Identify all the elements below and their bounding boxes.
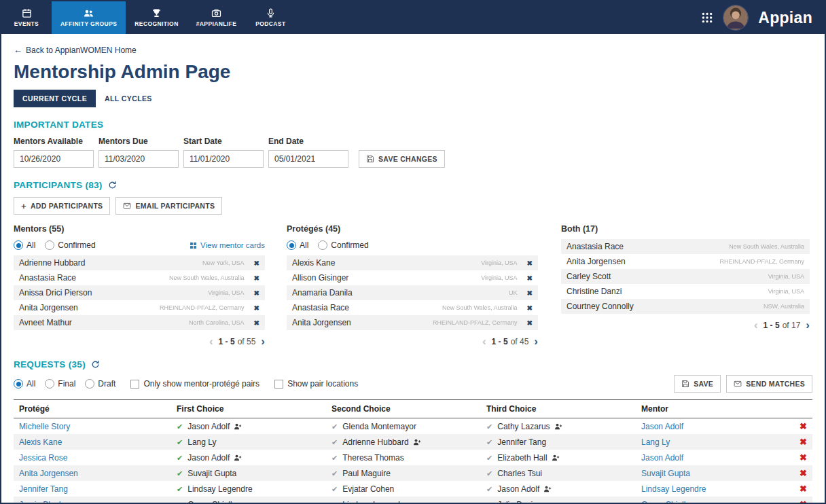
nav-tab-appianlife[interactable]: #APPIANLIFE [187, 1, 246, 34]
remove-participant-icon[interactable]: ✖ [254, 289, 259, 297]
person-plus-icon [234, 422, 242, 431]
envelope-icon [123, 202, 131, 210]
remove-participant-icon[interactable]: ✖ [254, 304, 259, 312]
radio-final[interactable]: Final [45, 379, 75, 389]
date-input-start-date[interactable] [183, 150, 264, 168]
check-icon: ✔ [486, 485, 492, 493]
refresh-requests-icon[interactable] [91, 360, 100, 369]
save-icon [681, 380, 689, 388]
check-icon: ✔ [331, 469, 338, 478]
protege-link[interactable]: Anita Jorgensen [19, 469, 78, 478]
users-icon [84, 8, 94, 18]
request-row: Anita Jorgensen✔Suvajit Gupta✔Paul Magui… [14, 465, 812, 481]
column-header [792, 400, 812, 418]
person-plus-icon [234, 454, 242, 462]
radio-all[interactable]: All [14, 240, 35, 250]
protege-link[interactable]: Alexis Kane [19, 437, 62, 447]
date-input-mentors-available[interactable] [14, 150, 94, 168]
participant-location: Virginia, USA [208, 289, 244, 296]
remove-participant-icon[interactable]: ✖ [527, 289, 533, 297]
prev-page-icon[interactable]: ‹ [482, 336, 486, 347]
app-launcher-icon[interactable] [701, 12, 713, 24]
check-icon: ✔ [177, 438, 183, 446]
add-participants-button[interactable]: + ADD PARTICIPANTS [14, 197, 110, 215]
remove-participant-icon[interactable]: ✖ [254, 274, 259, 282]
prev-page-icon[interactable]: ‹ [754, 319, 758, 331]
check-icon: ✔ [486, 454, 492, 462]
participants-column-both-17: Both (17)Anastasia RaceNew South Wales, … [561, 224, 810, 347]
participants-buttons: + ADD PARTICIPANTS EMAIL PARTICIPANTS [14, 197, 812, 215]
mentor-link[interactable]: Suvajit Gupta [641, 469, 690, 478]
nav-tab-recognition[interactable]: RECOGNITION [126, 1, 187, 34]
radio-confirmed[interactable]: Confirmed [318, 240, 368, 250]
radio-all[interactable]: All [14, 379, 35, 389]
mentor-link[interactable]: Jason Adolf [641, 453, 683, 463]
prev-page-icon[interactable]: ‹ [209, 336, 213, 347]
radio-icon [287, 240, 296, 250]
request-row: Jessica Rose✔Jason Adolf✔Theresa Thomas✔… [14, 450, 812, 465]
save-matches-button[interactable]: SAVE [674, 375, 721, 393]
participant-row: Avneet MathurNorth Carolina, USA✖ [14, 315, 265, 330]
delete-request-icon[interactable]: ✖ [800, 484, 807, 494]
request-row: Jamie Blechman✔Grace Shiell✔Lindsay Lege… [14, 497, 812, 504]
back-link[interactable]: ← Back to AppianWOMEN Home [14, 46, 137, 55]
view-mentor-cards-link[interactable]: View mentor cards [190, 241, 265, 249]
tab-all-cycles[interactable]: ALL CYCLES [96, 90, 161, 107]
send-matches-button[interactable]: SEND MATCHES [726, 375, 812, 393]
remove-participant-icon[interactable]: ✖ [527, 319, 533, 327]
delete-request-icon[interactable]: ✖ [800, 452, 807, 463]
date-input-mentors-due[interactable] [98, 150, 179, 168]
next-page-icon[interactable]: › [806, 319, 810, 331]
remove-participant-icon[interactable]: ✖ [254, 319, 259, 327]
requests-buttons: SAVE SEND MATCHES [674, 375, 812, 393]
protege-link[interactable]: Jennifer Tang [19, 484, 68, 494]
protege-link[interactable]: Michelle Story [19, 422, 70, 431]
delete-request-icon[interactable]: ✖ [800, 468, 807, 478]
check-icon: ✔ [331, 485, 338, 493]
next-page-icon[interactable]: › [261, 336, 265, 347]
requests-header: REQUESTS (35) [14, 359, 812, 370]
cards-grid-icon [190, 242, 197, 249]
nav-tab-affinity-groups[interactable]: AFFINITY GROUPS [52, 1, 126, 34]
participant-row: Anita JorgensenRHEINLAND-PFALZ, Germany✖ [14, 300, 265, 315]
participant-name: Anamaria Danila [292, 288, 353, 298]
column-header: Mentor [636, 400, 792, 418]
remove-participant-icon[interactable]: ✖ [254, 259, 259, 267]
protege-link[interactable]: Jessica Rose [19, 453, 67, 463]
remove-participant-icon[interactable]: ✖ [527, 259, 533, 267]
delete-request-icon[interactable]: ✖ [800, 437, 807, 447]
next-page-icon[interactable]: › [534, 336, 538, 347]
delete-request-icon[interactable]: ✖ [800, 499, 807, 504]
mentor-link[interactable]: Grace Shiell [641, 500, 685, 504]
request-row: Alexis Kane✔Lang Ly✔Adrienne Hubbard✔Jen… [14, 434, 812, 450]
check-icon: ✔ [177, 422, 183, 431]
remove-participant-icon[interactable]: ✖ [527, 274, 533, 282]
nav-tab-podcast[interactable]: PODCAST [245, 1, 295, 34]
mentor-link[interactable]: Lindsay Legendre [641, 484, 706, 494]
checkbox-only-show-mentor-prot-g-pairs[interactable]: Only show mentor-protégé pairs [130, 379, 259, 389]
mentor-link[interactable]: Lang Ly [641, 437, 670, 447]
refresh-participants-icon[interactable] [108, 181, 117, 190]
date-input-end-date[interactable] [268, 150, 348, 168]
checkbox-show-pair-locations[interactable]: Show pair locations [274, 379, 358, 389]
save-changes-button[interactable]: SAVE CHANGES [359, 150, 445, 168]
radio-draft[interactable]: Draft [85, 379, 115, 389]
protege-link[interactable]: Jamie Blechman [19, 500, 79, 504]
participant-location: UK [509, 289, 518, 296]
mentor-link[interactable]: Jason Adolf [641, 422, 683, 431]
email-participants-button[interactable]: EMAIL PARTICIPANTS [115, 197, 222, 215]
nav-tab-events[interactable]: EVENTS [1, 1, 52, 34]
radio-all[interactable]: All [287, 240, 308, 250]
remove-participant-icon[interactable]: ✖ [527, 304, 533, 312]
user-avatar[interactable] [723, 5, 749, 31]
choice-name: Lindsay Legendre [342, 500, 407, 504]
participant-name: Anita Jorgensen [292, 318, 351, 327]
tab-current-cycle[interactable]: CURRENT CYCLE [14, 90, 96, 107]
nav-tabs: EVENTSAFFINITY GROUPSRECOGNITION#APPIANL… [1, 1, 295, 34]
choice-name: Lindsay Legendre [187, 484, 252, 494]
delete-request-icon[interactable]: ✖ [800, 421, 807, 431]
participants-columns: Mentors (55)AllConfirmedView mentor card… [14, 224, 812, 347]
envelope-icon [734, 380, 742, 388]
radio-confirmed[interactable]: Confirmed [45, 240, 95, 250]
radio-icon [14, 240, 23, 250]
